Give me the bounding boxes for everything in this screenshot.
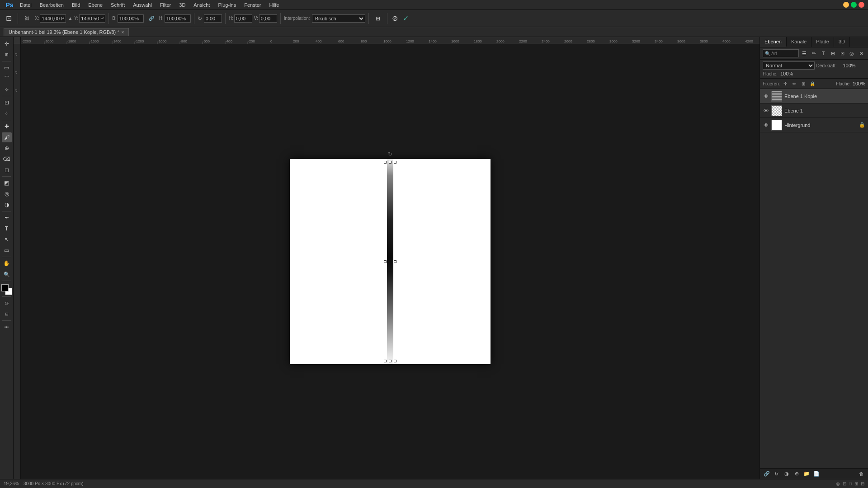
transform-handle-bot-right[interactable] [394,360,396,362]
h2-input[interactable] [234,14,252,23]
foreground-color-swatch[interactable] [1,284,9,291]
screen-mode-tool[interactable]: ⊟ [2,309,12,319]
fix-draw-button[interactable]: ✏ [791,80,798,87]
add-mask-button[interactable]: ◑ [783,470,791,478]
interpolation-select[interactable]: Bikubisch Linear Nächste Nachbarn [312,14,365,23]
layer-item-ebene1-kopie[interactable]: 👁 Ebene 1 Kopie [760,89,868,103]
tab-close-button[interactable]: × [122,30,124,35]
layer-visibility-ebene1[interactable]: 👁 [763,108,769,114]
maximize-button[interactable] [851,2,857,8]
link-icon[interactable]: 🔗 [146,13,157,24]
delete-layer-button[interactable]: 🗑 [857,470,865,478]
layer-smart-icon[interactable]: ◎ [848,49,856,57]
quick-mask-tool[interactable]: ◎ [2,298,12,308]
artboard-tool[interactable]: ⊞ [2,50,12,60]
layer-item-ebene1[interactable]: 👁 Ebene 1 [760,103,868,118]
rect-select-tool[interactable]: ▭ [2,63,12,73]
document-tab[interactable]: Unbenannt-1 bei 19,3% (Ebene 1 Kopie, RG… [4,28,129,36]
rotation-input[interactable] [204,14,222,23]
text-tool[interactable]: T [2,224,12,234]
cancel-transform-button[interactable]: ⊘ [391,14,400,23]
color-swatches[interactable] [1,284,12,295]
menu-hilfe[interactable]: Hilfe [265,1,283,9]
blur-tool[interactable]: ◎ [2,189,12,199]
transform-handle-mid-right[interactable] [394,260,396,263]
quick-select-tool[interactable]: ⟡ [2,84,12,94]
add-adjustment-button[interactable]: ⊕ [793,470,801,478]
menu-bild[interactable]: Bild [68,1,84,9]
healing-tool[interactable]: ✚ [2,122,12,131]
transform-handle-top-center[interactable] [389,161,392,164]
tab-3d[interactable]: 3D [834,37,850,47]
fix-artboard-button[interactable]: ⊞ [800,80,807,87]
x-input[interactable] [40,14,66,23]
warp-icon[interactable]: ⊞ [372,13,384,24]
transform-handle-top-right[interactable] [394,161,396,164]
shape-tool[interactable]: ▭ [2,245,12,255]
history-brush-tool[interactable]: ⌫ [2,154,12,164]
dodge-tool[interactable]: ◑ [2,200,12,210]
statusbar-icon-3[interactable]: □ [849,481,852,486]
extra-tools[interactable]: ••• [2,322,12,332]
link-layers-button[interactable]: 🔗 [763,470,771,478]
v-input[interactable] [259,14,277,23]
fix-position-button[interactable]: ✛ [782,80,789,87]
h-input[interactable] [165,14,191,23]
fix-all-button[interactable]: 🔒 [809,80,816,87]
eraser-tool[interactable]: ◻ [2,165,12,175]
y-input[interactable] [79,14,105,23]
crop-tool[interactable]: ⊡ [2,98,12,108]
menu-auswahl[interactable]: Auswahl [129,1,156,9]
brush-tool[interactable]: 🖌 [2,132,12,142]
b-input[interactable] [118,14,144,23]
path-select-tool[interactable]: ↖ [2,235,12,244]
add-fx-button[interactable]: fx [773,470,781,478]
layer-effect-icon[interactable]: T [819,49,827,57]
zoom-tool[interactable]: 🔍 [2,269,12,279]
statusbar-icon-5[interactable]: ⊟ [861,481,864,486]
confirm-transform-button[interactable]: ✓ [401,14,410,23]
menu-3d[interactable]: 3D [175,1,189,9]
layer-visibility-hintergrund[interactable]: 👁 [763,122,769,128]
menu-ebene[interactable]: Ebene [85,1,106,9]
statusbar-icon-2[interactable]: ⊡ [843,481,846,486]
tab-pfade[interactable]: Pfade [811,37,834,47]
menu-ansicht[interactable]: Ansicht [190,1,213,9]
ps-logo[interactable]: Ps [4,0,15,11]
transform-icon[interactable]: ⊡ [3,13,14,24]
new-layer-button[interactable]: 📄 [812,470,821,478]
layer-attr-icon[interactable]: ⊡ [838,49,846,57]
transform-handle-bot-center[interactable] [389,360,392,362]
tab-ebenen[interactable]: Ebenen [760,37,787,47]
canvas-scroll[interactable]: ↻ [21,44,760,479]
move-tool[interactable]: ✛ [2,39,12,49]
layer-kind-icon[interactable]: ☰ [800,49,808,57]
close-button[interactable] [859,2,864,8]
gradient-tool[interactable]: ◩ [2,178,12,188]
clone-tool[interactable]: ⊕ [2,143,12,153]
layer-mode-icon[interactable]: ⊞ [829,49,837,57]
menu-plugins[interactable]: Plug-ins [214,1,240,9]
pen-tool[interactable]: ✒ [2,213,12,223]
menu-datei[interactable]: Datei [16,1,35,9]
menu-fenster[interactable]: Fenster [241,1,264,9]
eyedropper-tool[interactable]: ⁘ [2,108,12,118]
layer-visibility-ebene1-kopie[interactable]: 👁 [763,93,769,99]
hand-tool[interactable]: ✋ [2,258,12,268]
layer-search-input[interactable] [771,51,797,56]
transform-handle-mid-left[interactable] [384,260,387,263]
transform-handle-top-left[interactable] [384,161,387,164]
add-folder-button[interactable]: 📁 [802,470,811,478]
layer-name-icon[interactable]: ✏ [810,49,818,57]
menu-filter[interactable]: Filter [156,1,175,9]
statusbar-icon-4[interactable]: ⊞ [854,481,858,486]
aspect-ratio-icon[interactable]: ⛓ [21,13,33,24]
layer-filter-toggle[interactable]: ⊗ [857,49,865,57]
transform-handle-bot-left[interactable] [384,360,387,362]
lasso-tool[interactable]: ⌒ [2,74,12,84]
blend-mode-select[interactable]: Normal Auflösen Abdunkeln Multiplizieren [763,61,815,70]
layer-search[interactable]: 🔍 [763,49,799,57]
layer-item-hintergrund[interactable]: 👁 Hintergrund 🔒 [760,118,868,132]
menu-schrift[interactable]: Schrift [107,1,128,9]
statusbar-icon-1[interactable]: ◎ [836,481,840,486]
